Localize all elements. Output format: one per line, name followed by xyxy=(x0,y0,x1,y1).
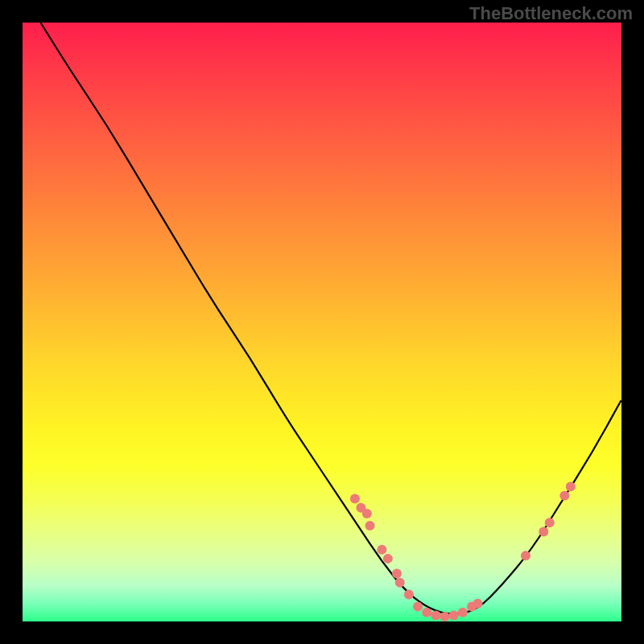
scatter-dot xyxy=(449,611,459,621)
curve-line xyxy=(40,23,621,614)
watermark-text: TheBottleneck.com xyxy=(469,3,633,24)
scatter-dot xyxy=(458,608,468,617)
scatter-dot xyxy=(545,518,555,527)
scatter-dot xyxy=(473,599,482,609)
scatter-dot xyxy=(377,545,386,555)
scatter-dots xyxy=(350,482,576,621)
scatter-dot xyxy=(422,608,431,617)
scatter-dot xyxy=(413,601,423,611)
scatter-dot xyxy=(395,578,405,588)
scatter-dot xyxy=(431,611,440,621)
scatter-dot xyxy=(440,612,450,621)
scatter-dot xyxy=(559,491,569,501)
chart-svg xyxy=(23,23,621,621)
scatter-dot xyxy=(383,554,393,564)
scatter-dot xyxy=(404,590,414,600)
chart-plot-area xyxy=(23,23,621,621)
scatter-dot xyxy=(350,493,360,503)
scatter-dot xyxy=(521,551,530,560)
scatter-dot xyxy=(362,509,372,518)
scatter-dot xyxy=(539,526,548,536)
scatter-dot xyxy=(566,482,576,492)
scatter-dot xyxy=(365,521,375,530)
scatter-dot xyxy=(392,568,402,578)
